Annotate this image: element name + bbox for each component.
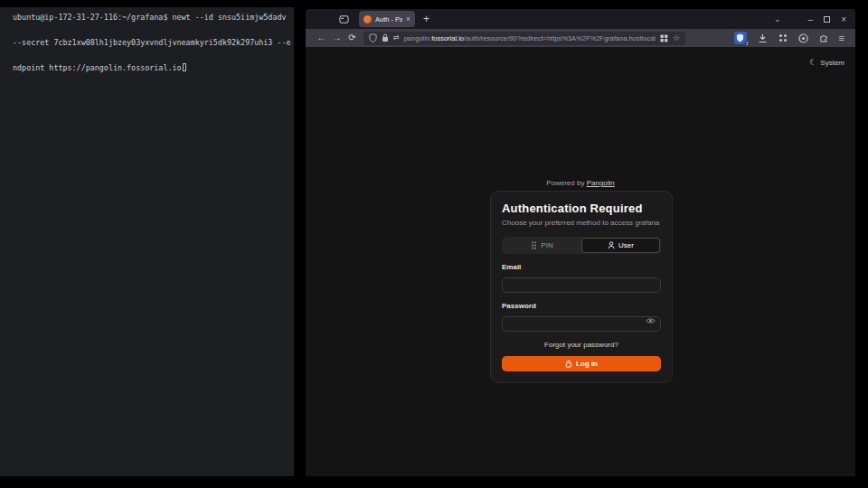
tab-user-label: User [618,241,634,249]
pangolin-favicon-icon [363,15,372,23]
pangolin-link[interactable]: Pangolin [587,179,615,187]
moon-icon: ☾ [809,58,816,67]
extension-grid-icon[interactable] [778,33,788,42]
toolbar-extensions: 3 ≡ [734,32,847,44]
page-content: ☾ System Powered by Pangolin Authenticat… [306,47,855,476]
pinpad-icon [531,241,537,249]
terminal-output: ubuntu@ip-172-31-27-116:~/grafana$ newt … [0,7,294,74]
auth-method-tabs: PIN User [502,237,661,254]
tab-bar: Auth - Pangolin × + ⌄ – × [306,9,855,29]
login-lock-icon [565,360,572,368]
tab-auth-pangolin[interactable]: Auth - Pangolin × [359,11,415,27]
circle-extension-icon[interactable] [798,33,808,43]
desktop: ubuntu@ip-172-31-27-116:~/grafana$ newt … [0,0,868,488]
permissions-swap-icon[interactable]: ⇄ [393,34,400,42]
email-label: Email [502,263,661,271]
ublock-badge: 3 [745,41,750,46]
maximize-button[interactable] [824,16,830,23]
user-icon [608,241,615,249]
close-button[interactable]: × [841,14,846,24]
tab-title: Auth - Pangolin [375,15,402,23]
email-field[interactable] [502,277,661,293]
powered-by: Powered by Pangolin [306,179,855,187]
show-password-eye-icon[interactable] [646,317,656,324]
hamburger-menu-icon[interactable]: ≡ [839,33,844,43]
password-label: Password [502,302,661,310]
firefox-view-icon[interactable] [336,12,351,26]
tab-list-chevron-icon[interactable]: ⌄ [774,14,781,23]
card-title: Authentication Required [502,202,661,215]
auth-card: Authentication Required Choose your pref… [490,191,673,383]
shield-icon[interactable] [369,33,377,42]
window-controls: ⌄ – × [774,14,855,24]
card-subtitle: Choose your preferred method to access g… [502,219,661,227]
browser-window: Auth - Pangolin × + ⌄ – × ← → ⟳ ⇄ pangol… [306,9,855,476]
theme-toggle[interactable]: ☾ System [809,58,844,67]
theme-label: System [820,59,844,67]
minimize-button[interactable]: – [808,14,814,24]
lock-icon[interactable] [382,33,389,42]
login-button-label: Log in [576,360,598,368]
login-button[interactable]: Log in [502,356,661,371]
reload-button[interactable]: ⟳ [344,33,360,42]
navigation-toolbar: ← → ⟳ ⇄ pangolin.fossorial.io/auth/resou… [306,29,855,47]
ublock-extension-icon[interactable]: 3 [734,32,747,44]
back-button[interactable]: ← [314,33,329,42]
bookmark-star-icon[interactable]: ☆ [673,34,680,42]
new-tab-button[interactable]: + [423,14,429,24]
terminal-line: ubuntu@ip-172-31-27-116:~/grafana$ newt … [13,13,287,22]
tab-pin-label: PIN [541,241,552,249]
tab-close-icon[interactable]: × [406,15,410,23]
terminal-window[interactable]: ubuntu@ip-172-31-27-116:~/grafana$ newt … [0,7,294,476]
terminal-cursor [183,63,186,71]
url-text: pangolin.fossorial.io/auth/resource/90?r… [404,34,656,42]
forgot-password-link[interactable]: Forgot your password? [502,341,661,349]
terminal-line: ndpoint https://pangolin.fossorial.io [13,63,182,72]
tab-pin[interactable]: PIN [503,238,581,253]
password-field[interactable] [502,316,661,332]
url-bar[interactable]: ⇄ pangolin.fossorial.io/auth/resource/90… [363,32,685,45]
tab-user[interactable]: User [581,238,660,253]
terminal-line: --secret 7cbz1xw08lh1jbzey03yxvndljvneam… [13,38,291,47]
forward-button[interactable]: → [329,33,344,42]
container-grid-icon[interactable] [660,34,668,42]
extensions-puzzle-icon[interactable] [819,33,828,42]
download-icon[interactable] [758,33,768,43]
